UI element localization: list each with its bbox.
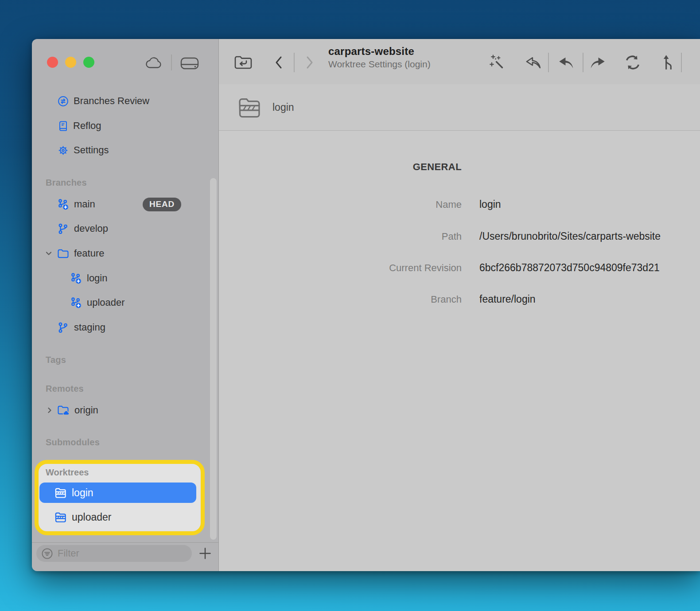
toolbar-title-block: carparts-website Worktree Settings (logi… <box>328 45 431 70</box>
sidebar-item-branches-review[interactable]: Branches Review <box>32 89 218 113</box>
worktree-icon <box>54 487 67 498</box>
section-header-worktrees: Worktrees <box>46 467 89 478</box>
field-row-current-revision: Current Revision 6bcf266b78872073d750c94… <box>219 262 700 274</box>
toolbar-divider <box>681 53 682 72</box>
toolbar-divider <box>548 53 549 72</box>
quick-actions-button[interactable] <box>488 54 506 71</box>
toolbar: carparts-website Worktree Settings (logi… <box>219 39 700 84</box>
toolbar-subtitle: Worktree Settings (login) <box>328 59 431 70</box>
zoom-window-button[interactable] <box>83 57 94 68</box>
folder-cloud-icon <box>57 405 70 416</box>
field-row-name: Name login <box>219 198 700 210</box>
content-area: carparts-website Worktree Settings (logi… <box>219 39 700 571</box>
desktop-background: Branches Review Reflog Settings Branches <box>0 0 700 611</box>
toolbar-divider <box>294 53 295 72</box>
app-window: Branches Review Reflog Settings Branches <box>32 39 700 571</box>
branch-folder-feature[interactable]: feature <box>32 241 218 266</box>
filter-input[interactable] <box>58 548 192 559</box>
checkout-arrow-icon <box>524 55 542 70</box>
minimize-window-button[interactable] <box>65 57 76 68</box>
plus-icon <box>198 546 212 560</box>
reflog-icon <box>58 121 68 132</box>
field-label: Path <box>219 231 462 242</box>
branch-item-feature-uploader[interactable]: uploader <box>32 290 218 315</box>
field-row-path: Path /Users/brunobrito/Sites/carparts-we… <box>219 230 700 242</box>
section-header-remotes: Remotes <box>32 382 218 395</box>
toolbar-divider <box>583 53 583 72</box>
worktree-item-uploader[interactable]: uploader <box>39 507 196 527</box>
section-header-submodules: Submodules <box>32 436 218 448</box>
local-repositories-button[interactable] <box>179 53 200 73</box>
settings-gear-icon <box>58 145 69 156</box>
remote-item-origin[interactable]: origin <box>32 398 218 423</box>
sync-arrows-icon <box>624 54 642 70</box>
repository-title: carparts-website <box>328 45 431 58</box>
folder-return-icon <box>233 54 253 71</box>
filter-bar-divider <box>32 542 218 543</box>
field-row-branch: Branch feature/login <box>219 293 700 305</box>
cloud-services-button[interactable] <box>144 53 165 73</box>
filter-icon <box>41 548 53 560</box>
branch-label: staging <box>74 322 105 333</box>
field-value: login <box>479 198 501 210</box>
worktree-item-login[interactable]: login <box>39 483 196 503</box>
merge-arrow-icon <box>661 54 674 71</box>
branch-label: main <box>74 198 95 210</box>
general-section-heading: GENERAL <box>219 161 462 173</box>
remote-label: origin <box>74 405 98 416</box>
add-worktree-button[interactable] <box>197 545 214 562</box>
hard-drive-icon <box>180 56 199 70</box>
worktree-label: uploader <box>72 511 112 523</box>
branch-item-feature-login[interactable]: login <box>32 266 218 291</box>
history-forward-button[interactable] <box>303 54 316 71</box>
sidebar-item-label: Branches Review <box>74 95 149 107</box>
branches-review-icon <box>58 96 69 107</box>
filter-field[interactable] <box>36 545 192 562</box>
history-back-button[interactable] <box>272 54 285 71</box>
field-label: Branch <box>219 294 462 305</box>
worktree-icon <box>54 511 67 523</box>
close-worktree-settings-button[interactable] <box>233 54 253 71</box>
branch-icon <box>57 223 69 235</box>
branch-plus-icon <box>57 198 69 210</box>
pull-button[interactable] <box>557 55 575 70</box>
sidebar-scrollbar-thumb[interactable] <box>210 178 217 540</box>
chevron-down-icon[interactable] <box>44 249 53 258</box>
worktrees-highlight-box: Worktrees login uploader <box>35 460 205 535</box>
worktree-header-title: login <box>272 101 294 113</box>
settings-panel: GENERAL Name login Path /Users/brunobrit… <box>219 131 700 571</box>
close-window-button[interactable] <box>47 57 58 68</box>
sidebar-item-label: Reflog <box>73 120 101 132</box>
folder-icon <box>57 249 69 259</box>
worktree-header: login <box>219 84 700 131</box>
sidebar-item-reflog[interactable]: Reflog <box>32 113 218 138</box>
branch-icon <box>57 322 69 334</box>
sidebar: Branches Review Reflog Settings Branches <box>32 39 218 571</box>
chevron-right-icon[interactable] <box>45 406 54 415</box>
sidebar-item-label: Settings <box>74 144 109 156</box>
field-value: 6bcf266b78872073d750c94809fe73d21 <box>479 262 660 274</box>
merge-button[interactable] <box>661 54 674 71</box>
head-badge: HEAD <box>143 198 181 211</box>
magic-wand-icon <box>488 54 506 71</box>
branch-label: uploader <box>87 297 125 308</box>
field-label: Current Revision <box>219 262 462 274</box>
push-button[interactable] <box>589 55 607 70</box>
branch-label: develop <box>74 223 108 234</box>
pull-arrow-icon <box>557 55 575 70</box>
chevron-left-icon <box>272 54 285 71</box>
branch-label: login <box>87 272 107 284</box>
branch-item-develop[interactable]: develop <box>32 216 218 241</box>
checkout-button[interactable] <box>524 55 542 70</box>
section-header-tags: Tags <box>32 354 218 366</box>
branch-plus-icon <box>70 297 82 309</box>
chevron-right-icon <box>303 54 316 71</box>
branch-item-staging[interactable]: staging <box>32 315 218 340</box>
field-value: feature/login <box>479 293 536 305</box>
sidebar-toolbar-divider <box>171 54 172 70</box>
fetch-sync-button[interactable] <box>624 54 642 70</box>
sidebar-item-settings[interactable]: Settings <box>32 138 218 163</box>
branch-item-main[interactable]: main HEAD <box>32 192 218 217</box>
worktree-icon-large <box>237 96 262 119</box>
field-value: /Users/brunobrito/Sites/carparts-website <box>479 230 661 242</box>
